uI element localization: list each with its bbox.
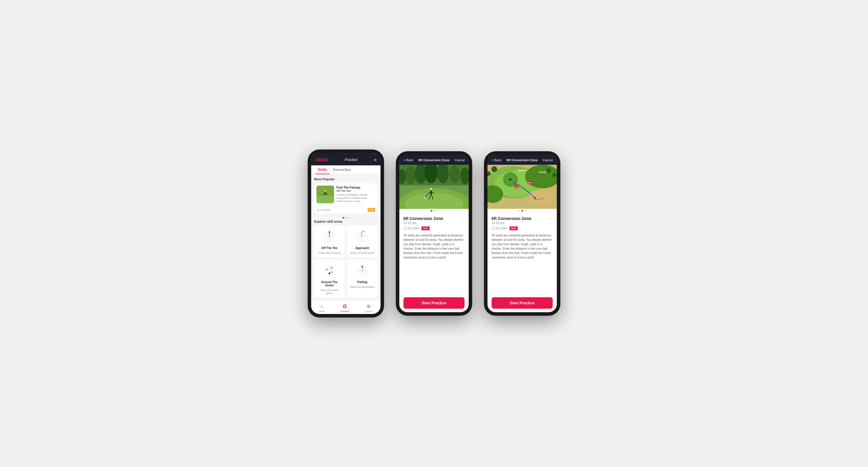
p2-description: 20 shots are randomly generated at dista…: [403, 233, 465, 260]
dot-3: [348, 217, 349, 219]
drill-description: Create an imaginary fairway using trees …: [336, 193, 370, 203]
skill-desc-atg: Hone your short game: [317, 289, 342, 295]
nav-capture[interactable]: ⊕ Capture: [365, 303, 373, 313]
drill-item: Find The Fairway Off The Tee Create an i…: [314, 183, 378, 206]
p3-range: 10-50 yds: [492, 222, 553, 225]
skill-putting[interactable]: Putting Make and lag practice: [347, 260, 378, 298]
phone-2-screen: < Back 6ft Conversion Zone Cancel: [399, 155, 469, 312]
carousel-dots: [314, 216, 378, 220]
phone-1-screen: clippd Practice ≡ Drills Favourites Most…: [311, 153, 380, 314]
back-button[interactable]: < Back: [403, 158, 413, 162]
tab-drills[interactable]: Drills: [315, 165, 330, 174]
tab-favourites[interactable]: Favourites: [330, 165, 354, 174]
skill-areas-label: Explore skill areas: [314, 220, 378, 223]
phone-1: clippd Practice ≡ Drills Favourites Most…: [308, 149, 384, 318]
dot-1: [343, 217, 344, 219]
p3-dot-2: [522, 210, 523, 211]
most-popular-label: Most Popular: [314, 177, 378, 181]
featured-drill-card[interactable]: Find The Fairway Off The Tee Create an i…: [314, 183, 378, 213]
skill-name-atg: Around The Green: [317, 280, 342, 287]
skill-off-the-tee[interactable]: Off The Tee Power and accuracy: [314, 226, 345, 257]
svg-point-70: [534, 195, 536, 197]
p2-dot-2: [433, 210, 435, 211]
app-header: clippd Practice ≡: [311, 153, 380, 165]
dot-2: [345, 217, 347, 219]
skill-around-green[interactable]: Around The Green Hone your short game: [314, 260, 345, 298]
start-practice-button[interactable]: Start Practice: [403, 297, 465, 309]
nav-home-label: Home: [319, 310, 325, 312]
svg-point-50: [430, 188, 432, 190]
header-title: Practice: [345, 158, 357, 162]
p3-footer: Start Practice: [488, 294, 557, 312]
p2-app-header: < Back 6ft Conversion Zone Cancel: [399, 155, 469, 165]
nav-home[interactable]: ⌂ Home: [319, 303, 325, 313]
drill-thumbnail: [316, 186, 334, 203]
phone-3: < Back 6ft Conversion Zone Cancel: [484, 151, 560, 316]
svg-rect-69: [534, 197, 535, 199]
p3-dot-3: [524, 210, 526, 211]
app-logo: clippd: [315, 157, 328, 162]
skill-name-putting: Putting: [357, 280, 367, 284]
p2-favourite-icon[interactable]: ☆: [461, 216, 465, 221]
cancel-button[interactable]: Cancel: [455, 158, 465, 162]
svg-point-29: [331, 272, 333, 273]
p2-drill-details: 6ft Conversion Zone ☆ 10-50 yds 🕐 20 sho…: [399, 213, 469, 294]
clock-icon-p3: 🕐: [492, 227, 495, 230]
svg-point-56: [424, 197, 426, 199]
p3-shots: 🕐 20 shots: [492, 227, 507, 230]
svg-point-45: [449, 166, 460, 183]
svg-point-28: [331, 267, 333, 269]
svg-point-36: [362, 266, 363, 268]
p3-favourite-icon[interactable]: ☆: [549, 216, 553, 221]
drill-info: Find The Fairway Off The Tee Create an i…: [336, 186, 370, 204]
phone-3-screen: < Back 6ft Conversion Zone Cancel: [488, 155, 557, 312]
bottom-nav: ⌂ Home ♻ Activities ⊕ Capture: [311, 300, 380, 314]
nav-activities[interactable]: ♻ Activities: [340, 303, 350, 313]
skill-desc-approach: Dial-in to hit the green: [350, 252, 374, 254]
p3-cancel-button[interactable]: Cancel: [543, 158, 553, 162]
golf-course-svg: [399, 165, 469, 209]
skill-approach[interactable]: Approach Dial-in to hit the green: [347, 226, 378, 257]
clock-icon-p2: 🕐: [403, 227, 407, 230]
p3-description: 20 shots are randomly generated at dista…: [492, 233, 553, 260]
p2-carousel-dots: [399, 209, 469, 213]
clock-icon: 🕐: [316, 208, 320, 211]
skill-desc-ott: Power and accuracy: [318, 252, 341, 254]
svg-text:SAND: SAND: [538, 198, 544, 200]
activities-icon: ♻: [342, 303, 347, 309]
p2-dot-1: [431, 210, 432, 211]
capture-icon: ⊕: [366, 303, 371, 309]
drill-badge: OTT: [368, 208, 375, 212]
menu-icon[interactable]: ≡: [374, 158, 376, 162]
p3-back-button[interactable]: < Back: [492, 158, 502, 162]
drill-footer: 🕐 10 shots OTT: [314, 206, 378, 213]
svg-point-11: [329, 236, 330, 237]
svg-point-41: [405, 166, 416, 184]
p3-dot-1: [519, 210, 520, 211]
svg-point-37: [362, 268, 363, 269]
svg-text:ROUGH: ROUGH: [539, 171, 547, 173]
p2-dot-3: [436, 210, 437, 211]
svg-point-27: [327, 269, 328, 270]
skill-desc-putting: Make and lag practice: [350, 286, 374, 289]
main-body: Most Popular: [311, 174, 380, 300]
p2-footer: Start Practice: [399, 294, 469, 312]
p3-carousel-dots: [488, 209, 557, 213]
nav-activities-label: Activities: [340, 310, 350, 313]
svg-point-20: [363, 231, 364, 232]
drill-image-golf: [316, 186, 334, 203]
favourite-icon[interactable]: ☆: [372, 186, 375, 190]
svg-point-64: [509, 178, 512, 180]
p3-drill-name: 6ft Conversion Zone: [492, 216, 531, 221]
skill-name-approach: Approach: [355, 246, 369, 249]
p2-range: 10-50 yds: [403, 222, 465, 225]
phone-2: < Back 6ft Conversion Zone Cancel: [396, 151, 472, 316]
approach-icon: [353, 229, 371, 245]
skill-name-ott: Off The Tee: [321, 246, 337, 249]
p2-shots: 🕐 20 shots: [403, 227, 419, 230]
svg-point-62: [528, 190, 555, 204]
p2-drill-name: 6ft Conversion Zone: [403, 216, 443, 221]
svg-point-66: [491, 166, 497, 172]
p3-start-practice-button[interactable]: Start Practice: [492, 297, 553, 309]
svg-rect-1: [316, 196, 334, 203]
